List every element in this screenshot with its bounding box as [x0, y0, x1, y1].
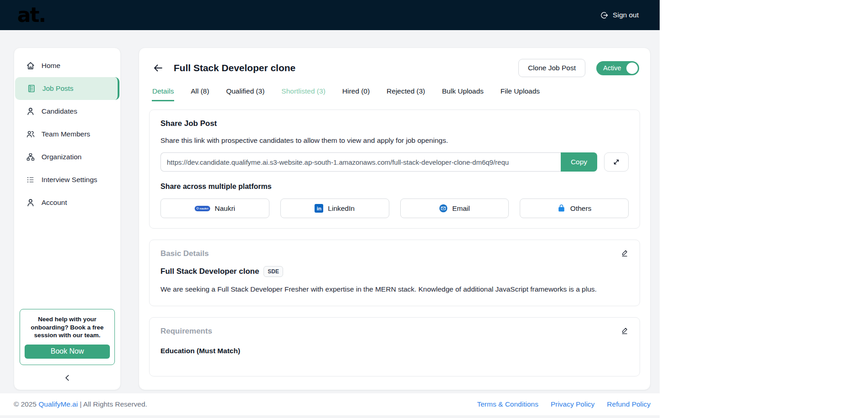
requirements-head: Requirements [160, 327, 629, 336]
sidebar-item-interview-settings[interactable]: Interview Settings [14, 168, 120, 191]
edit-pencil-icon [620, 249, 629, 257]
sidebar-item-label: Candidates [41, 107, 77, 115]
brand-logo[interactable]: at. [17, 5, 45, 25]
active-toggle[interactable]: Active [596, 61, 639, 75]
sidebar-item-label: Interview Settings [41, 176, 97, 184]
platform-label: LinkedIn [328, 204, 355, 213]
email-icon [439, 204, 448, 213]
job-description: We are seeking a Full Stack Developer Fr… [160, 284, 629, 295]
others-bag-icon [557, 204, 566, 213]
share-others-button[interactable]: Others [520, 199, 629, 218]
tab-hired[interactable]: Hired (0) [342, 87, 370, 101]
requirements-title: Requirements [160, 327, 212, 336]
sidebar-collapse-button[interactable] [63, 373, 72, 382]
refund-policy-link[interactable]: Refund Policy [607, 400, 651, 408]
sidebar-item-home[interactable]: Home [14, 54, 120, 77]
sidebar-item-label: Job Posts [42, 84, 73, 93]
share-platform-buttons: naukri Naukri in LinkedIn Email [160, 199, 629, 218]
linkedin-icon: in [315, 204, 323, 213]
sidebar-item-label: Home [41, 62, 60, 70]
title-actions: Clone Job Post Active [518, 59, 639, 77]
job-post-detail-card: Full Stack Developer clone Clone Job Pos… [139, 47, 651, 390]
footer-links: Terms & Conditions Privacy Policy Refund… [477, 400, 651, 408]
platform-label: Naukri [215, 204, 235, 213]
sign-out-button[interactable]: Sign out [597, 10, 641, 20]
share-link-row: Copy [160, 152, 629, 172]
edit-requirements-button[interactable] [620, 327, 629, 335]
job-posts-icon [27, 84, 36, 93]
share-job-post-title: Share Job Post [160, 119, 629, 128]
platform-label: Others [570, 204, 592, 213]
book-now-button[interactable]: Book Now [25, 345, 110, 359]
role-badge: SDE [264, 266, 283, 277]
page-title: Full Stack Developer clone [174, 63, 295, 73]
share-description: Share this link with prospective candida… [160, 136, 629, 145]
interview-settings-icon [26, 175, 35, 184]
basic-details-head: Basic Details [160, 249, 629, 258]
sidebar-item-account[interactable]: Account [14, 191, 120, 214]
tab-rejected[interactable]: Rejected (3) [386, 87, 425, 101]
home-icon [26, 61, 35, 70]
onboarding-help-card: Need help with your onboarding? Book a f… [20, 309, 115, 365]
basic-details-card: Basic Details Full Stack Developer clone… [149, 240, 640, 306]
job-link-input[interactable] [160, 152, 561, 172]
share-linkedin-button[interactable]: in LinkedIn [280, 199, 389, 218]
sidebar-item-job-posts[interactable]: Job Posts [15, 77, 119, 100]
job-title: Full Stack Developer clone [160, 267, 259, 276]
qualifyme-link[interactable]: QualifyMe.ai [39, 400, 78, 408]
content-area: Home Job Posts Candidates Team Members [0, 30, 660, 393]
top-bar: at. Sign out [0, 0, 660, 30]
sidebar-item-candidates[interactable]: Candidates [14, 100, 120, 123]
back-button[interactable] [153, 63, 164, 73]
share-naukri-button[interactable]: naukri Naukri [160, 199, 269, 218]
sidebar-item-organization[interactable]: Organization [14, 146, 120, 168]
tab-bulk-uploads[interactable]: Bulk Uploads [442, 87, 484, 101]
account-person-icon [26, 198, 35, 207]
sidebar-item-label: Organization [41, 153, 82, 161]
basic-details-title: Basic Details [160, 249, 209, 258]
sidebar: Home Job Posts Candidates Team Members [14, 47, 121, 390]
sidebar-item-label: Account [41, 199, 67, 207]
terms-conditions-link[interactable]: Terms & Conditions [477, 400, 538, 408]
onboarding-help-text: Need help with your onboarding? Book a f… [25, 315, 110, 340]
title-row: Full Stack Developer clone Clone Job Pos… [149, 58, 640, 77]
tab-all[interactable]: All (8) [190, 87, 209, 101]
requirements-card: Requirements Education (Must Match) [149, 317, 640, 376]
share-job-post-card: Share Job Post Share this link with pros… [149, 110, 640, 229]
share-platforms-title: Share across multiple platforms [160, 183, 629, 191]
privacy-policy-link[interactable]: Privacy Policy [551, 400, 594, 408]
job-post-tabs: Details All (8) Qualified (3) Shortliste… [152, 87, 640, 101]
tab-shortlisted[interactable]: Shortlisted (3) [281, 87, 326, 101]
tab-details[interactable]: Details [152, 87, 174, 101]
edit-basic-details-button[interactable] [620, 249, 629, 257]
arrow-left-icon [153, 63, 164, 73]
sign-out-label: Sign out [613, 11, 639, 19]
copyright-text: © 2025 QualifyMe.ai | All Rights Reserve… [14, 400, 147, 408]
organization-icon [26, 152, 35, 162]
expand-icon [612, 158, 620, 166]
sidebar-item-team-members[interactable]: Team Members [14, 123, 120, 146]
chevron-left-icon [63, 373, 72, 382]
copy-link-button[interactable]: Copy [561, 152, 597, 172]
clone-job-post-button[interactable]: Clone Job Post [518, 59, 585, 77]
sign-out-icon [600, 11, 609, 20]
job-title-row: Full Stack Developer clone SDE [160, 266, 629, 277]
app-window: at. Sign out Home [0, 0, 660, 418]
tab-qualified[interactable]: Qualified (3) [226, 87, 265, 101]
naukri-icon: naukri [195, 206, 210, 211]
requirements-section-education: Education (Must Match) [160, 347, 629, 355]
candidate-person-icon [26, 107, 35, 116]
platform-label: Email [452, 204, 470, 213]
tab-file-uploads[interactable]: File Uploads [500, 87, 540, 101]
team-members-icon [26, 130, 35, 139]
sidebar-item-label: Team Members [41, 130, 90, 138]
toggle-knob [626, 63, 638, 74]
active-toggle-label: Active [603, 64, 621, 72]
share-email-button[interactable]: Email [400, 199, 509, 218]
edit-pencil-icon [620, 327, 629, 335]
expand-link-button[interactable] [604, 152, 629, 172]
footer: © 2025 QualifyMe.ai | All Rights Reserve… [0, 393, 660, 415]
